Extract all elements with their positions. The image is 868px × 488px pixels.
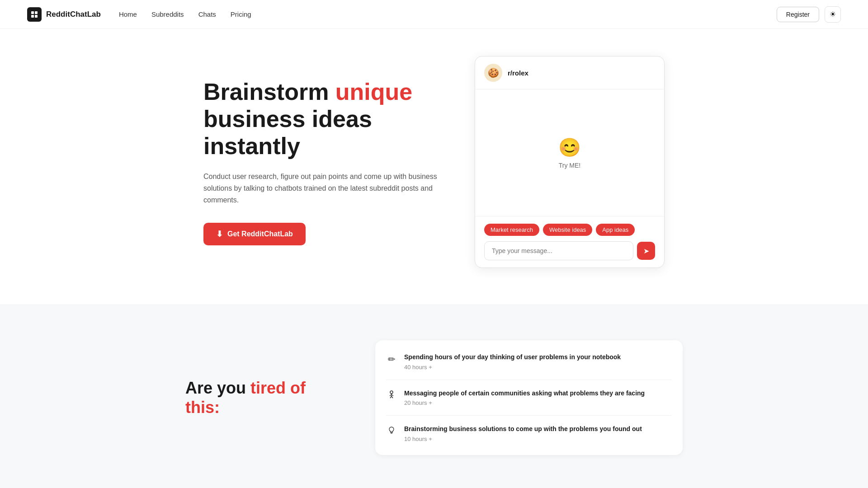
logo-text: RedditChatLab (46, 10, 101, 19)
svg-line-9 (392, 396, 393, 398)
cta-button[interactable]: ⬇ Get RedditChatLab (203, 223, 306, 245)
navbar: RedditChatLab Home Subreddits Chats Pric… (0, 0, 868, 29)
logo[interactable]: RedditChatLab (27, 7, 101, 22)
pain-item-3: Brainstorming business solutions to come… (386, 416, 672, 451)
subreddit-icon: 🍪 (484, 64, 502, 82)
tired-section: Are you tired of this: ✏ Spending hours … (0, 304, 868, 488)
hero-left: Brainstorm unique business ideas instant… (203, 79, 448, 245)
pain-title-1: Spending hours of your day thinking of u… (404, 353, 672, 362)
pain-time-2: 20 hours + (404, 399, 672, 406)
chat-header: 🍪 r/rolex (475, 56, 664, 89)
svg-rect-3 (35, 15, 38, 18)
cta-label: Get RedditChatLab (227, 230, 293, 238)
chat-send-button[interactable]: ➤ (637, 242, 655, 260)
chat-widget: 🍪 r/rolex 😊 Try ME! Market research Webs… (475, 56, 665, 268)
chat-footer: Market research Website ideas App ideas … (475, 216, 664, 267)
pain-time-3: 10 hours + (404, 436, 672, 442)
pain-time-1: 40 hours + (404, 364, 672, 371)
tired-title: Are you tired of this: (185, 378, 339, 417)
nav-left: RedditChatLab Home Subreddits Chats Pric… (27, 7, 251, 22)
pain-card: ✏ Spending hours of your day thinking of… (375, 340, 683, 455)
hero-inner: Brainstorm unique business ideas instant… (163, 29, 705, 304)
svg-rect-0 (31, 11, 34, 14)
nav-right: Register ☀ (777, 6, 841, 23)
nav-links: Home Subreddits Chats Pricing (119, 10, 251, 19)
hero-right: 🍪 r/rolex 😊 Try ME! Market research Webs… (475, 56, 665, 268)
logo-icon (27, 7, 42, 22)
pain-title-2: Messaging people of certain communities … (404, 389, 672, 398)
nav-chats[interactable]: Chats (198, 10, 216, 18)
person-icon (386, 390, 397, 401)
subreddit-name: r/rolex (508, 69, 528, 77)
nav-pricing[interactable]: Pricing (231, 10, 251, 18)
nav-subreddits[interactable]: Subreddits (151, 10, 184, 18)
chat-input[interactable] (484, 241, 633, 260)
tired-title-start: Are you (185, 379, 250, 397)
chat-body: 😊 Try ME! (475, 89, 664, 216)
hero-title-start: Brainstorm (203, 79, 335, 105)
pain-item-2: Messaging people of certain communities … (386, 380, 672, 416)
svg-point-4 (390, 391, 393, 394)
tag-app-ideas[interactable]: App ideas (596, 224, 635, 236)
pencil-icon: ✏ (386, 354, 397, 365)
hero-title-end: business ideas instantly (203, 106, 372, 159)
send-icon: ➤ (643, 247, 649, 255)
hero-title-highlight: unique (335, 79, 412, 105)
tired-inner: Are you tired of this: ✏ Spending hours … (185, 340, 683, 455)
try-me-label: Try ME! (559, 162, 580, 169)
chat-input-row: ➤ (484, 241, 655, 260)
pain-content-2: Messaging people of certain communities … (404, 389, 672, 407)
chat-tags: Market research Website ideas App ideas (484, 224, 655, 236)
hero-title: Brainstorm unique business ideas instant… (203, 79, 448, 160)
svg-rect-2 (31, 15, 34, 18)
sun-icon: ☀ (830, 10, 836, 19)
pain-content-1: Spending hours of your day thinking of u… (404, 353, 672, 371)
tired-right: ✏ Spending hours of your day thinking of… (375, 340, 683, 455)
pain-title-3: Brainstorming business solutions to come… (404, 425, 672, 434)
pain-content-3: Brainstorming business solutions to come… (404, 425, 672, 442)
hero-section: Brainstorm unique business ideas instant… (0, 29, 868, 304)
lightbulb-icon (386, 426, 397, 437)
hero-description: Conduct user research, figure out pain p… (203, 171, 448, 206)
download-icon: ⬇ (216, 229, 223, 239)
register-button[interactable]: Register (777, 7, 819, 22)
pain-item-1: ✏ Spending hours of your day thinking of… (386, 344, 672, 380)
tired-left: Are you tired of this: (185, 378, 339, 417)
theme-toggle-button[interactable]: ☀ (825, 6, 841, 23)
tag-website-ideas[interactable]: Website ideas (543, 224, 592, 236)
tag-market-research[interactable]: Market research (484, 224, 539, 236)
nav-home[interactable]: Home (119, 10, 137, 18)
svg-rect-1 (35, 11, 38, 14)
smiley-icon: 😊 (558, 137, 581, 158)
